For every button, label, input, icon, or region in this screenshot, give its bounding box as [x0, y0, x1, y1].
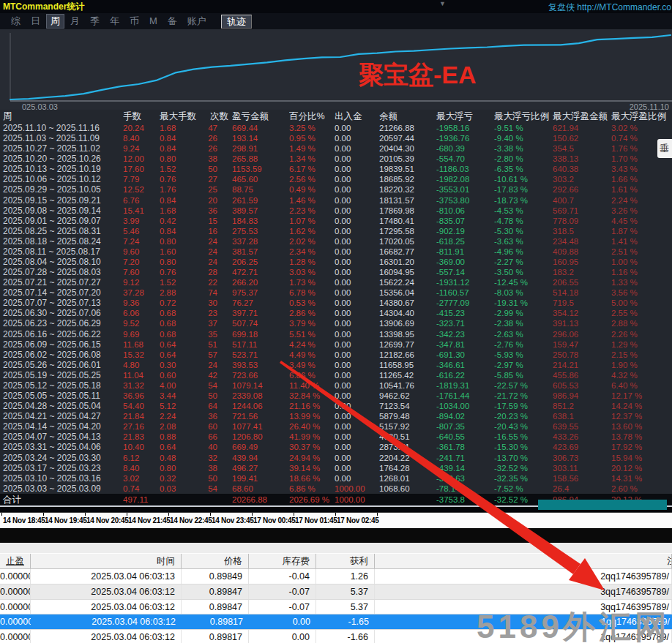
stats-row[interactable]: 2025.09.01 ~ 2025.09.073.990.4215184.831…	[0, 216, 672, 226]
stats-row[interactable]: 2025.10.27 ~ 2025.11.029.240.8426298.911…	[0, 143, 672, 154]
stats-col-header[interactable]: 余额	[379, 110, 436, 123]
title-bar[interactable]: MTCommander统计 ▼ 复盘侠 http://MTCommander.c…	[0, 0, 672, 13]
stats-cell: -835.07	[436, 216, 494, 226]
menu-tab-季[interactable]: 季	[86, 14, 104, 29]
stats-cell: 2025.07.14 ~ 2025.07.20	[0, 287, 123, 298]
stats-cell: 214.21	[553, 360, 611, 370]
stats-cell: 0.00	[335, 453, 379, 463]
stats-row[interactable]: 2025.07.07 ~ 2025.07.139.360.723076.270.…	[0, 298, 672, 308]
stats-col-header[interactable]: 最大浮亏	[436, 110, 494, 123]
stats-row[interactable]: 2025.09.08 ~ 2025.09.1415.411.6836389.57…	[0, 206, 672, 216]
stats-row[interactable]: 2025.08.25 ~ 2025.08.315.460.8416275.531…	[0, 226, 672, 236]
menu-tab-综[interactable]: 综	[7, 14, 25, 29]
stats-cell: -8.03 %	[494, 287, 553, 298]
stats-row[interactable]: 2025.03.03 ~ 2025.03.090.740.035468.606.…	[0, 484, 672, 494]
stats-row[interactable]: 2025.05.05 ~ 2025.05.1136.963.44502339.0…	[0, 391, 672, 401]
vertical-side-button[interactable]: 垂	[657, 139, 672, 158]
orders-col-header[interactable]: 库存费	[249, 554, 316, 568]
stats-total-cell	[379, 494, 436, 505]
stats-cell: 0.00	[335, 308, 379, 318]
stats-row[interactable]: 2025.06.16 ~ 2025.06.229.690.6835699.185…	[0, 329, 672, 339]
orders-col-header[interactable]: 价格	[182, 554, 249, 568]
stats-row[interactable]: 2025.08.11 ~ 2025.08.179.601.6024381.572…	[0, 247, 672, 257]
order-cell: 0.00000	[0, 569, 31, 584]
time-axis[interactable]: 14 Nov 18:4514 Nov 19:4514 Nov 20:4514 N…	[0, 512, 672, 528]
stats-cell: 4.24 %	[289, 339, 335, 350]
stats-row[interactable]: 2025.03.31 ~ 2025.04.0610.400.6440669.49…	[0, 442, 672, 452]
stats-cell: -361.78	[436, 442, 494, 452]
stats-row[interactable]: 2025.08.04 ~ 2025.08.107.200.8024206.251…	[0, 257, 672, 267]
orders-col-header[interactable]: 止盈	[0, 554, 31, 568]
stats-row[interactable]: 2025.07.28 ~ 2025.08.037.600.7628472.713…	[0, 267, 672, 277]
stats-cell: 0.00	[335, 164, 379, 174]
orders-col-header[interactable]: 注	[375, 554, 672, 568]
stats-col-header[interactable]: 盈亏金额	[232, 110, 289, 123]
menu-tab-M[interactable]: M	[145, 14, 162, 29]
stats-row[interactable]: 2025.06.09 ~ 2025.06.1511.680.6451517.11…	[0, 339, 672, 350]
menu-tab-币[interactable]: 币	[125, 14, 143, 29]
order-row[interactable]: 0.000002025.03.04 06:03:130.89849-0.041.…	[0, 569, 672, 584]
stats-cell: 10541.76	[379, 380, 436, 391]
stats-cell: 2025.09.01 ~ 2025.09.07	[0, 216, 123, 226]
menu-tab-周[interactable]: 周	[46, 14, 64, 29]
menu-tab-月[interactable]: 月	[66, 14, 84, 29]
axis-label: 14 Nov 19:45	[45, 516, 87, 524]
stats-cell: 0.00	[335, 143, 379, 154]
stats-col-header[interactable]: 手数	[123, 110, 160, 123]
orders-col-header[interactable]: 时间	[31, 554, 182, 568]
stats-cell: 12699.77	[379, 339, 436, 350]
stats-row[interactable]: 2025.10.20 ~ 2025.10.2612.000.8038265.88…	[0, 154, 672, 164]
stats-row[interactable]: 2025.07.21 ~ 2025.07.279.121.5222266.201…	[0, 277, 672, 287]
stats-cell: 1.34 %	[289, 154, 335, 164]
stats-row[interactable]: 2025.05.19 ~ 2025.05.2511.040.6042723.66…	[0, 370, 672, 380]
stats-row[interactable]: 2025.11.03 ~ 2025.11.098.400.8426193.140…	[0, 133, 672, 143]
stats-col-header[interactable]: 最大手数	[160, 110, 206, 123]
menu-tab-日[interactable]: 日	[26, 14, 45, 29]
stats-row[interactable]: 2025.10.06 ~ 2025.10.127.790.7627465.602…	[0, 174, 672, 184]
stats-cell: 0.00	[335, 318, 379, 328]
app-link[interactable]: 复盘侠 http://MTCommander.co	[548, 1, 671, 14]
equity-chart[interactable]: 聚宝盆-EA 025.03.03 2025.11.10	[0, 29, 672, 110]
stats-row[interactable]: 2025.03.24 ~ 2025.03.306.120.4832439.942…	[0, 453, 672, 463]
stats-row[interactable]: 2025.05.12 ~ 2025.05.1831.324.00541079.1…	[0, 380, 672, 391]
stats-cell: 1764.28	[379, 463, 436, 473]
orders-col-header[interactable]: 获利	[316, 554, 375, 568]
stats-col-header[interactable]: 最大浮盈金额	[553, 110, 611, 123]
stats-cell: 42	[206, 370, 232, 380]
stats-col-header[interactable]: 最大浮盈比例	[611, 110, 672, 123]
track-button[interactable]: 轨迹	[221, 15, 252, 29]
stats-row[interactable]: 2025.08.18 ~ 2025.08.247.240.8024337.282…	[0, 236, 672, 247]
stats-cell: 0.00	[335, 206, 379, 216]
stats-row[interactable]: 2025.04.14 ~ 2025.04.2027.162.08601077.4…	[0, 421, 672, 432]
stats-row[interactable]: 2025.09.15 ~ 2025.09.216.760.8420261.591…	[0, 195, 672, 206]
stats-col-header[interactable]: 最大浮亏比例	[494, 110, 553, 123]
stats-cell: -17.59 %	[494, 401, 553, 411]
stats-row[interactable]: 2025.04.28 ~ 2025.05.0454.405.12641244.0…	[0, 401, 672, 411]
stats-row[interactable]: 2025.06.30 ~ 2025.07.066.060.6823397.712…	[0, 308, 672, 318]
stats-cell: 66	[206, 432, 232, 442]
stats-row[interactable]: 2025.04.21 ~ 2025.04.2721.842.2436721.56…	[0, 411, 672, 421]
stats-row[interactable]: 2025.04.07 ~ 2025.04.1321.830.88661206.8…	[0, 432, 672, 442]
stats-cell: 4.00	[160, 380, 206, 391]
stats-col-header[interactable]: 百分比%	[289, 110, 335, 123]
stats-row[interactable]: 2025.09.29 ~ 2025.10.0512.521.762588.750…	[0, 184, 672, 195]
stats-col-header[interactable]: 次数	[206, 110, 232, 123]
stats-row[interactable]: 2025.11.10 ~ 2025.11.1620.241.6847669.44…	[0, 123, 672, 133]
stats-row[interactable]: 2025.06.23 ~ 2025.06.299.520.6837507.743…	[0, 318, 672, 328]
stats-row[interactable]: 2025.06.02 ~ 2025.06.0815.320.6457523.71…	[0, 350, 672, 360]
stats-row[interactable]: 2025.10.13 ~ 2025.10.1917.601.52501153.5…	[0, 164, 672, 174]
menu-tab-年[interactable]: 年	[105, 14, 124, 29]
stats-cell: -358.63	[436, 473, 494, 484]
order-cell: -0.07	[249, 600, 316, 614]
menu-tab-备[interactable]: 备	[163, 14, 182, 29]
stats-row[interactable]: 2025.05.26 ~ 2025.06.014.800.3024393.533…	[0, 360, 672, 370]
menu-tab-账户[interactable]: 账户	[183, 14, 211, 29]
stats-row[interactable]: 2025.03.17 ~ 2025.03.238.400.8038496.273…	[0, 463, 672, 473]
stats-row[interactable]: 2025.03.10 ~ 2025.03.163.020.3250199.411…	[0, 473, 672, 484]
stats-row[interactable]: 2025.07.14 ~ 2025.07.2037.282.8874975.37…	[0, 287, 672, 298]
chevron-down-icon[interactable]: ▼	[439, 0, 446, 7]
stats-cell: 24	[206, 257, 232, 267]
stats-col-header[interactable]: 周	[0, 110, 123, 123]
stats-col-header[interactable]: 出入金	[335, 110, 379, 123]
order-row[interactable]: 0.000002025.03.04 06:03:120.89847-0.075.…	[0, 584, 672, 600]
